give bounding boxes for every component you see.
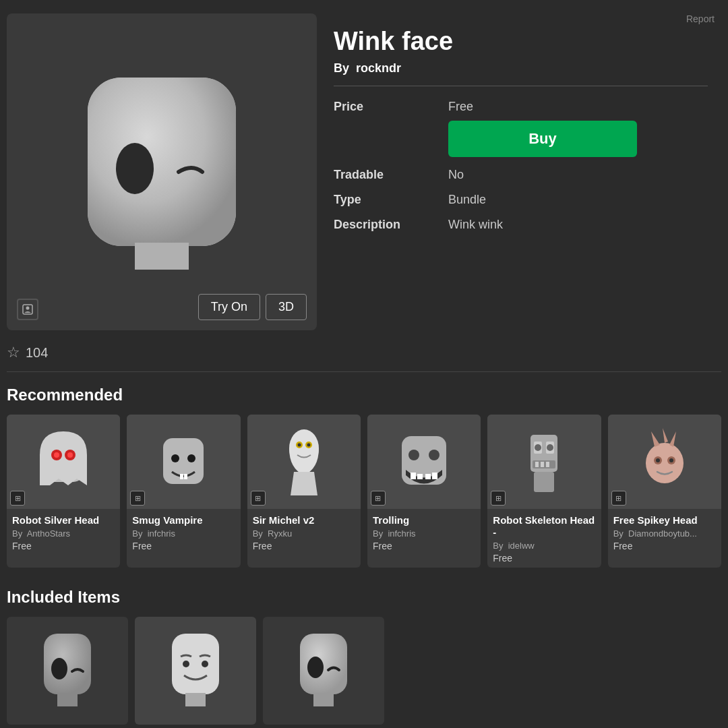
rec-item-0[interactable]: ⊞ Robot Silver Head By AnthoStars Free: [7, 415, 120, 568]
recommended-section: Recommended ⊞ Robot Silver Head By Antho…: [0, 372, 728, 574]
recommended-grid: ⊞ Robot Silver Head By AnthoStars Free: [7, 415, 721, 568]
svg-rect-46: [44, 634, 91, 694]
rec-item-4[interactable]: ⊞ Robot Skeleton Head - By idelww Free: [487, 415, 601, 568]
svg-rect-34: [535, 462, 539, 467]
star-icon[interactable]: ☆: [7, 344, 20, 361]
rec-price-0: Free: [12, 541, 115, 551]
svg-rect-24: [411, 473, 416, 479]
inc-item-1[interactable]: [135, 617, 256, 725]
svg-point-54: [307, 657, 324, 678]
inc-thumb-0: [7, 617, 128, 725]
svg-rect-26: [425, 474, 431, 479]
svg-point-50: [183, 661, 189, 667]
svg-marker-41: [669, 431, 676, 447]
svg-rect-25: [417, 474, 423, 479]
favorites-count: 104: [26, 345, 48, 361]
item-author: By rockndr: [334, 61, 708, 86]
author-name[interactable]: rockndr: [356, 61, 401, 75]
price-label: Price: [334, 100, 442, 157]
item-info-panel: Report Wink face By rockndr Price Free B…: [330, 13, 715, 330]
rec-author-0: By AnthoStars: [12, 528, 115, 539]
svg-point-47: [51, 658, 67, 679]
svg-rect-36: [546, 462, 549, 467]
inc-item-0[interactable]: [7, 617, 128, 725]
view-3d-button[interactable]: 3D: [266, 294, 307, 320]
rec-price-3: Free: [373, 541, 475, 551]
description-value: Wink wink: [448, 218, 708, 232]
rec-author-5: By Diamondboytub...: [613, 528, 716, 539]
svg-point-2: [116, 143, 154, 194]
svg-marker-40: [663, 428, 668, 443]
buy-button[interactable]: Buy: [448, 121, 637, 157]
rec-item-2[interactable]: ⊞ Sir Michel v2 By Ryxku Free: [247, 415, 361, 568]
inc-item-2[interactable]: [263, 617, 384, 725]
svg-rect-52: [185, 693, 206, 706]
rec-name-1: Smug Vampire: [132, 514, 235, 526]
svg-point-22: [408, 450, 419, 460]
svg-point-10: [67, 452, 73, 458]
rec-name-3: Trolling: [373, 514, 475, 526]
inc-thumb-2: [263, 617, 384, 725]
svg-point-31: [535, 444, 541, 451]
type-value: Bundle: [448, 193, 708, 207]
svg-point-38: [646, 443, 684, 483]
rec-thumb-4: ⊞: [487, 415, 601, 509]
rec-name-0: Robot Silver Head: [12, 514, 115, 526]
preview-controls: Try On 3D: [198, 294, 307, 320]
svg-rect-27: [432, 473, 437, 479]
rec-thumb-0: ⊞: [7, 415, 120, 509]
rec-info-2: Sir Michel v2 By Ryxku Free: [247, 509, 361, 555]
svg-rect-3: [135, 243, 189, 270]
svg-marker-39: [651, 431, 660, 447]
svg-rect-35: [541, 462, 544, 467]
rec-item-5[interactable]: ⊞ Free Spikey Head By Diamondboytub... F…: [608, 415, 721, 568]
try-on-button[interactable]: Try On: [198, 294, 260, 320]
rec-name-4: Robot Skeleton Head -: [493, 514, 595, 539]
rec-author-3: By infchris: [373, 528, 475, 539]
rec-name-2: Sir Michel v2: [253, 514, 355, 526]
svg-point-32: [547, 444, 553, 451]
top-section: Try On 3D Report Wink face By rockndr Pr…: [0, 0, 728, 337]
rec-info-5: Free Spikey Head By Diamondboytub... Fre…: [608, 509, 721, 555]
svg-point-12: [171, 454, 179, 462]
svg-point-20: [307, 444, 310, 447]
bundle-icon-2: ⊞: [251, 491, 266, 506]
type-label: Type: [334, 193, 442, 207]
tradable-value: No: [448, 168, 708, 182]
rec-item-1[interactable]: ⊞ Smug Vampire By infchris Free: [127, 415, 240, 568]
included-section: Included Items: [0, 574, 728, 728]
svg-rect-49: [172, 634, 219, 694]
rec-author-2: By Ryxku: [253, 528, 355, 539]
rec-info-4: Robot Skeleton Head - By idelww Free: [487, 509, 601, 568]
rec-info-0: Robot Silver Head By AnthoStars Free: [7, 509, 120, 555]
rec-thumb-1: ⊞: [127, 415, 240, 509]
report-link[interactable]: Report: [686, 13, 715, 24]
svg-point-13: [187, 454, 195, 462]
author-prefix: By: [334, 61, 349, 75]
item-preview-panel: Try On 3D: [7, 13, 317, 330]
rec-name-5: Free Spikey Head: [613, 514, 716, 526]
included-title: Included Items: [7, 588, 721, 607]
rec-price-5: Free: [613, 541, 716, 551]
svg-rect-37: [534, 472, 554, 492]
bundle-icon-4: ⊞: [491, 491, 506, 506]
svg-point-23: [429, 450, 439, 460]
svg-point-44: [656, 458, 660, 462]
svg-point-19: [297, 444, 301, 447]
svg-point-45: [669, 458, 673, 462]
rec-price-1: Free: [132, 541, 235, 551]
svg-point-9: [54, 452, 59, 458]
favorites-row: ☆ 104: [0, 337, 728, 371]
bundle-icon-5: ⊞: [611, 491, 626, 506]
price-value-col: Free Buy: [448, 100, 708, 157]
rec-item-3[interactable]: ⊞ Trolling By infchris Free: [367, 415, 481, 568]
rec-author-1: By infchris: [132, 528, 235, 539]
price-value: Free: [448, 100, 708, 114]
tradable-label: Tradable: [334, 168, 442, 182]
svg-rect-15: [184, 474, 187, 479]
svg-rect-48: [57, 693, 78, 706]
avatar-image: [54, 47, 270, 297]
item-title: Wink face: [334, 27, 708, 56]
avatar-icon[interactable]: [17, 299, 38, 320]
bundle-icon-1: ⊞: [130, 491, 145, 506]
